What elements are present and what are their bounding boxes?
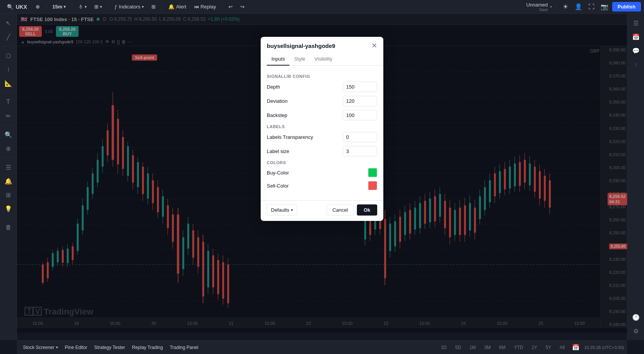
replay-trading-btn[interactable]: Replay Trading — [129, 344, 166, 351]
tab-visibility[interactable]: Visibility — [310, 53, 337, 66]
backstep-input[interactable] — [343, 110, 377, 120]
cursor-tool[interactable]: ↖ — [2, 17, 15, 29]
tf-1y[interactable]: 1Y — [529, 344, 540, 351]
add-symbol-btn[interactable]: ⊕ — [33, 2, 43, 11]
deviation-row: Deviation — [267, 96, 377, 106]
clock-icon: 🕐 — [632, 314, 640, 321]
fib-tool[interactable]: ⫶ — [2, 63, 15, 76]
chevron-down-icon: ▾ — [64, 5, 66, 9]
chat-btn[interactable]: 💬 — [630, 44, 642, 57]
side-sep-1 — [4, 46, 13, 46]
redo-btn[interactable]: ↪ — [237, 2, 248, 11]
tf-ytd[interactable]: YTD — [511, 344, 526, 351]
watchlist-right-btn[interactable]: ☰ — [630, 17, 642, 29]
sep-2 — [72, 3, 72, 11]
replay-btn[interactable]: ⏮ Replay — [191, 2, 219, 11]
cancel-button[interactable]: Cancel — [327, 204, 353, 216]
tab-style[interactable]: Style — [289, 53, 310, 66]
fullscreen-icon: ⛶ — [588, 3, 595, 10]
measurement-tool[interactable]: 📐 — [2, 77, 15, 89]
depth-input[interactable] — [343, 82, 377, 92]
undo-btn[interactable]: ↩ — [225, 2, 236, 11]
theme-btn[interactable]: ☀ — [560, 2, 571, 12]
brush-icon: ✏ — [6, 112, 11, 120]
backstep-row: Backstep — [267, 110, 377, 120]
compare-btn[interactable]: ⊞ ▾ — [91, 2, 105, 11]
trading-btn[interactable]: ↕ — [630, 58, 642, 71]
tf-1m[interactable]: 1M — [467, 344, 479, 351]
text-icon: T — [7, 99, 10, 105]
draw-line-tool[interactable]: ╱ — [2, 31, 15, 43]
tab-inputs[interactable]: Inputs — [267, 53, 289, 66]
trading-panel-btn[interactable]: Trading Panel — [167, 344, 201, 351]
calendar-icon2: 📅 — [572, 344, 580, 351]
fullscreen-btn[interactable]: ⛶ — [586, 2, 597, 12]
symbol-search[interactable]: 🔍 UKX — [3, 2, 31, 12]
modal-footer: Defaults ▾ Cancel Ok — [261, 200, 383, 221]
publish-button[interactable]: Publish — [612, 2, 641, 12]
templates-btn[interactable]: ⊞ — [148, 2, 159, 11]
alert-btn[interactable]: 🔔 Alert — [165, 2, 189, 11]
depth-label: Depth — [267, 84, 280, 90]
tf-5d[interactable]: 5D — [452, 344, 463, 351]
interval-label: 15m — [53, 4, 62, 10]
magnet-icon: ⊕ — [6, 145, 11, 152]
tf-all[interactable]: All — [557, 344, 567, 351]
sell-color-swatch[interactable] — [368, 181, 377, 190]
user-btn[interactable]: 👤 — [573, 2, 584, 12]
modal-actions: Cancel Ok — [327, 204, 377, 216]
tf-6m[interactable]: 6M — [496, 344, 508, 351]
bottom-toolbar: Stock Screener ▾ Pine Editor Strategy Te… — [17, 340, 627, 354]
trash-tool[interactable]: 🗑 — [2, 221, 15, 234]
defaults-button[interactable]: Defaults ▾ — [267, 204, 297, 216]
ideas-icon: 💡 — [5, 205, 12, 212]
sep-5 — [222, 3, 222, 11]
camera-icon: 📷 — [601, 3, 608, 10]
draw-shapes-tool[interactable]: ⬡ — [2, 49, 15, 62]
date-range-btn[interactable]: 📅 — [570, 342, 581, 353]
modal-body: SIGNALLIB CONFIG Depth Deviation Backste… — [261, 66, 383, 199]
labels-transparency-input[interactable] — [343, 132, 377, 142]
text-tool[interactable]: T — [2, 96, 15, 108]
interval-selector[interactable]: 15m ▾ — [49, 2, 69, 11]
magnet-tool[interactable]: ⊕ — [2, 142, 15, 155]
trading-icon: ↕ — [635, 62, 637, 67]
modal-close-button[interactable]: ✕ — [371, 42, 377, 49]
session-selector[interactable]: Unnamed Save — [526, 2, 548, 12]
timestamp: 15:25:28 (UTC+3:30) — [584, 345, 624, 350]
labels-transparency-row: Labels Transparency — [267, 132, 377, 142]
label-size-input[interactable] — [343, 146, 377, 156]
chart-type-btn[interactable]: 🕯 ▾ — [75, 2, 90, 11]
sep-r1 — [556, 3, 556, 11]
watchlist-tool[interactable]: ☰ — [2, 161, 15, 173]
stock-screener-btn[interactable]: Stock Screener ▾ — [20, 344, 61, 351]
zoom-tool[interactable]: 🔍 — [2, 128, 15, 141]
ok-button[interactable]: Ok — [357, 204, 377, 216]
undo-icon: ↩ — [228, 4, 233, 10]
user-icon: 👤 — [575, 3, 582, 10]
right-bottom-icon[interactable]: 🕐 — [630, 311, 642, 323]
screenshot-btn[interactable]: 📷 — [599, 2, 610, 12]
settings-right-btn[interactable]: ⚙ — [630, 325, 642, 337]
search-icon: 🔍 — [7, 4, 13, 10]
bottom-right: 1D 5D 1M 3M 6M YTD 1Y 5Y All 📅 15:25:28 … — [438, 342, 624, 353]
tf-1d[interactable]: 1D — [438, 344, 449, 351]
deviation-input[interactable] — [343, 96, 377, 106]
depth-row: Depth — [267, 82, 377, 92]
side-sep-2 — [4, 92, 13, 93]
tf-5y[interactable]: 5Y — [543, 344, 554, 351]
alerts-tool[interactable]: 🔔 — [2, 175, 15, 187]
pine-editor-btn[interactable]: Pine Editor — [62, 344, 90, 351]
tf-3m[interactable]: 3M — [481, 344, 493, 351]
buy-color-swatch[interactable] — [368, 168, 377, 177]
screener-tool[interactable]: ⊞ — [2, 189, 15, 201]
strategy-tester-btn[interactable]: Strategy Tester — [91, 344, 128, 351]
top-toolbar: 🔍 UKX ⊕ 15m ▾ 🕯 ▾ ⊞ ▾ ƒ Indicators ▾ ⊞ 🔔… — [0, 0, 644, 14]
right-sidebar: ☰ 📅 💬 ↕ 🕐 ⚙ — [627, 14, 644, 340]
ideas-tool[interactable]: 💡 — [2, 203, 15, 215]
label-size-label: Label size — [267, 148, 289, 154]
chevron-down-icon6: ▾ — [56, 345, 58, 349]
calendar-right-btn[interactable]: 📅 — [630, 31, 642, 43]
brush-tool[interactable]: ✏ — [2, 110, 15, 122]
indicators-btn[interactable]: ƒ Indicators ▾ — [112, 2, 147, 11]
